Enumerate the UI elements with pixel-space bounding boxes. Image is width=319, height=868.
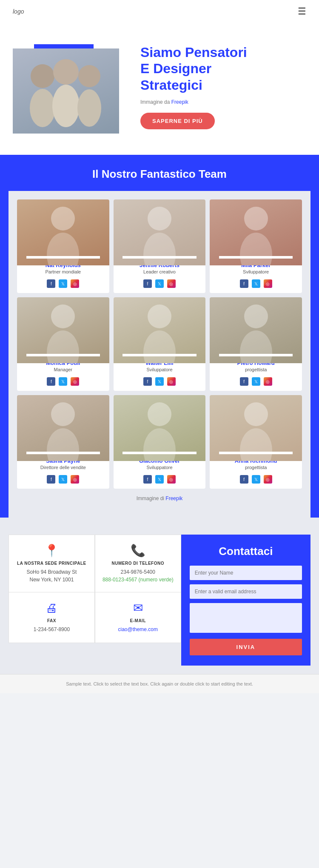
twitter-icon[interactable]: 𝕏 [59, 475, 67, 484]
team-card: Giacomo Oliver Sviluppatore f 𝕏 ◎ [114, 395, 206, 489]
logo: logo [13, 8, 24, 15]
twitter-icon[interactable]: 𝕏 [155, 377, 164, 386]
twitter-icon[interactable]: 𝕏 [59, 377, 67, 386]
svg-point-7 [47, 233, 79, 265]
email-link[interactable]: ciao@theme.com [118, 626, 158, 632]
name-input[interactable] [190, 566, 302, 580]
submit-button[interactable]: INVIA [190, 639, 302, 655]
svg-point-13 [47, 330, 79, 363]
freepik-link[interactable]: Freepik [171, 99, 188, 105]
twitter-icon[interactable]: 𝕏 [252, 475, 260, 484]
instagram-icon[interactable]: ◎ [71, 279, 79, 288]
email-value: ciao@theme.com [118, 626, 158, 633]
freepik-link-bottom[interactable]: Freepik [165, 495, 182, 501]
phone-value: 234-9876-5400 888-0123-4567 (numero verd… [103, 568, 174, 583]
team-card: Sasha Payne Direttore delle vendite f 𝕏 … [17, 395, 109, 489]
svg-point-23 [240, 428, 272, 461]
instagram-icon[interactable]: ◎ [167, 279, 176, 288]
name-plate [122, 354, 196, 356]
facebook-icon[interactable]: f [47, 475, 55, 484]
twitter-icon[interactable]: 𝕏 [252, 377, 260, 386]
contact-grid: 📍 LA NOSTRA SEDE PRINCIPALE SoHo 94 Broa… [9, 535, 310, 666]
message-textarea[interactable] [190, 603, 302, 633]
fax-icon: 🖨 [46, 601, 57, 615]
name-plate [122, 256, 196, 259]
svg-point-11 [240, 233, 272, 265]
instagram-icon[interactable]: ◎ [71, 377, 79, 386]
person-illustration-0 [42, 199, 84, 265]
team-photo [17, 395, 109, 461]
hero-image-source: Immagine da Freepik [140, 99, 306, 105]
team-grid: Nat Reynolds Partner mondiale f 𝕏 ◎ Jenn… [17, 199, 302, 489]
hero-cta-button[interactable]: SAPERNE DI PIÙ [140, 113, 215, 129]
fax-card: 🖨 FAX 1-234-567-8900 [9, 592, 95, 643]
svg-point-20 [148, 402, 171, 426]
instagram-icon[interactable]: ◎ [71, 475, 79, 484]
team-photo [114, 395, 206, 461]
svg-point-4 [78, 65, 100, 87]
team-card: Nat Reynolds Partner mondiale f 𝕏 ◎ [17, 199, 109, 293]
phone-icon: 📞 [131, 544, 145, 558]
team-photo [17, 199, 109, 265]
facebook-icon[interactable]: f [47, 377, 55, 386]
phone-label: NUMERO DI TELEFONO [112, 561, 164, 566]
team-card: Walter Lilli Sviluppatore f 𝕏 ◎ [114, 297, 206, 391]
hero-photo [13, 48, 119, 134]
facebook-icon[interactable]: f [240, 377, 248, 386]
svg-point-18 [51, 402, 75, 426]
team-section: Il Nostro Fantastico Team Nat Reynolds P… [0, 155, 319, 518]
team-grid-wrapper: Nat Reynolds Partner mondiale f 𝕏 ◎ Jenn… [9, 191, 310, 518]
name-plate [26, 256, 100, 259]
member-role: Leader creativo [143, 269, 176, 274]
svg-point-5 [77, 89, 101, 127]
name-plate [122, 452, 196, 454]
fax-label: FAX [47, 618, 56, 623]
person-illustration-4 [138, 297, 181, 363]
person-illustration-3 [42, 297, 84, 363]
svg-point-3 [52, 85, 80, 127]
facebook-icon[interactable]: f [143, 377, 152, 386]
address-value: SoHo 94 Broadway StNew York, NY 1001 [26, 568, 77, 583]
social-icons: f 𝕏 ◎ [47, 475, 79, 484]
svg-point-9 [143, 233, 176, 265]
svg-point-1 [30, 89, 55, 127]
form-title: Contattaci [190, 545, 302, 558]
team-photo [114, 297, 206, 363]
person-illustration-1 [138, 199, 181, 265]
menu-icon[interactable]: ☰ [298, 6, 306, 17]
svg-point-8 [148, 207, 171, 231]
facebook-icon[interactable]: f [143, 279, 152, 288]
address-label: LA NOSTRA SEDE PRINCIPALE [17, 561, 86, 566]
hero-title: Siamo Pensatori E Designer Strategici [140, 44, 306, 93]
instagram-icon[interactable]: ◎ [264, 377, 272, 386]
social-icons: f 𝕏 ◎ [143, 377, 176, 386]
email-input[interactable] [190, 584, 302, 599]
twitter-icon[interactable]: 𝕏 [155, 279, 164, 288]
member-role: Manager [54, 367, 72, 372]
member-role: Direttore delle vendite [40, 465, 86, 470]
hero-text: Siamo Pensatori E Designer Strategici Im… [123, 44, 306, 129]
footer: Sample text. Click to select the text bo… [0, 674, 319, 693]
twitter-icon[interactable]: 𝕏 [59, 279, 67, 288]
team-card: Mila Parker Sviluppatore f 𝕏 ◎ [210, 199, 302, 293]
instagram-icon[interactable]: ◎ [167, 377, 176, 386]
member-role: Partner mondiale [45, 269, 81, 274]
twitter-icon[interactable]: 𝕏 [155, 475, 164, 484]
svg-point-21 [143, 428, 176, 461]
email-card: ✉ E-MAIL ciao@theme.com [95, 592, 181, 643]
facebook-icon[interactable]: f [240, 475, 248, 484]
name-plate [26, 354, 100, 356]
instagram-icon[interactable]: ◎ [167, 475, 176, 484]
facebook-icon[interactable]: f [143, 475, 152, 484]
hero-people-illustration [19, 53, 113, 129]
svg-point-12 [51, 305, 75, 328]
facebook-icon[interactable]: f [47, 279, 55, 288]
instagram-icon[interactable]: ◎ [264, 279, 272, 288]
person-illustration-7 [138, 395, 181, 461]
twitter-icon[interactable]: 𝕏 [252, 279, 260, 288]
hero-image-block [13, 40, 123, 134]
member-role: Sviluppatore [146, 465, 172, 470]
person-illustration-5 [235, 297, 277, 363]
instagram-icon[interactable]: ◎ [264, 475, 272, 484]
facebook-icon[interactable]: f [240, 279, 248, 288]
